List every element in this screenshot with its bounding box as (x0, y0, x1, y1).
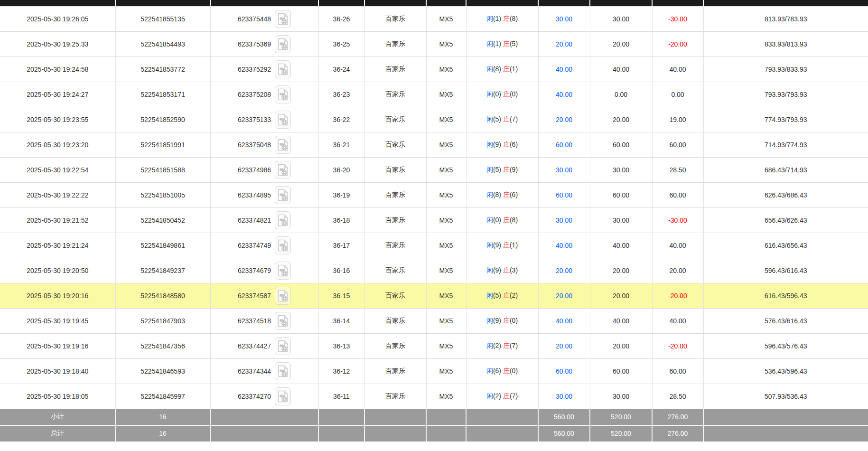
video-replay-button[interactable] (275, 262, 291, 280)
cell-game-id: 623375048 (210, 132, 318, 158)
cell-bet-amount[interactable]: 20.00 (538, 258, 590, 283)
game-round-id: 623375048 (238, 141, 271, 149)
game-round-id: 623374344 (238, 367, 271, 375)
video-replay-button[interactable] (275, 161, 291, 179)
result-player-label: 闲 (486, 166, 493, 173)
video-replay-button[interactable] (275, 312, 291, 330)
video-replay-button[interactable] (275, 35, 291, 53)
subtotal-row: 小计 16 560.00 520.00 276.00 (0, 409, 868, 425)
table-row[interactable]: 2025-05-30 19:22:54 522541851588 6233749… (0, 158, 868, 183)
cell-bet-amount[interactable]: 40.00 (538, 309, 590, 334)
result-player-score: (5) (493, 115, 501, 123)
total-winloss: 276.00 (652, 425, 703, 442)
table-row[interactable]: 2025-05-30 19:25:33 522541854493 6233753… (0, 32, 868, 57)
table-row[interactable]: 2025-05-30 19:19:45 522541847903 6233745… (0, 309, 868, 334)
cell-round: 36-18 (318, 208, 364, 233)
cell-winloss: 40.00 (652, 57, 703, 82)
result-banker-score: (8) (510, 216, 518, 224)
cell-bet-amount[interactable]: 40.00 (538, 82, 590, 107)
result-banker-score: (2) (510, 291, 518, 299)
cell-time: 2025-05-30 19:18:05 (0, 384, 115, 409)
table-row[interactable]: 2025-05-30 19:23:55 522541852590 6233751… (0, 107, 868, 132)
subtotal-label: 小计 (0, 409, 115, 425)
table-row[interactable]: 2025-05-30 19:18:05 522541845997 6233742… (0, 384, 868, 409)
cell-result: 闲(5) 庄(7) (466, 107, 538, 132)
video-replay-button[interactable] (275, 362, 291, 380)
cell-table: MX5 (426, 32, 466, 57)
cell-bet-amount[interactable]: 30.00 (538, 158, 590, 183)
result-player-label: 闲 (486, 216, 493, 224)
cell-bet-amount[interactable]: 20.00 (538, 32, 590, 57)
video-replay-button[interactable] (275, 136, 291, 154)
cell-winloss: -20.00 (652, 334, 703, 359)
table-row[interactable]: 2025-05-30 19:24:27 522541853171 6233752… (0, 82, 868, 107)
video-replay-button[interactable] (275, 236, 291, 254)
cell-bet-amount[interactable]: 40.00 (538, 57, 590, 82)
table-row[interactable]: 2025-05-30 19:21:24 522541849861 6233747… (0, 233, 868, 258)
result-player-label: 闲 (486, 266, 493, 274)
result-banker-score: (5) (510, 40, 518, 47)
video-replay-button[interactable] (275, 10, 291, 28)
cell-order-id: 522541855135 (115, 7, 210, 32)
header-cell-result (466, 0, 538, 7)
cell-bet-amount[interactable]: 60.00 (538, 132, 590, 158)
cell-game: 百家乐 (364, 359, 426, 384)
subtotal-empty-cell (364, 409, 426, 425)
table-row[interactable]: 2025-05-30 19:24:58 522541853772 6233752… (0, 57, 868, 82)
table-row[interactable]: 2025-05-30 19:23:20 522541851991 6233750… (0, 132, 868, 158)
cell-bet-amount[interactable]: 30.00 (538, 208, 590, 233)
result-banker-score: (6) (510, 191, 518, 198)
video-replay-button[interactable] (275, 337, 291, 355)
table-row[interactable]: 2025-05-30 19:18:40 522541846593 6233743… (0, 359, 868, 384)
game-round-id: 623374679 (238, 267, 271, 274)
cell-winloss: 28.50 (652, 384, 703, 409)
table-row[interactable]: 2025-05-30 19:19:16 522541847356 6233744… (0, 334, 868, 359)
table-row[interactable]: 2025-05-30 19:21:52 522541850452 6233748… (0, 208, 868, 233)
cell-bet-amount[interactable]: 40.00 (538, 233, 590, 258)
cell-time: 2025-05-30 19:23:20 (0, 132, 115, 158)
cell-bet-amount[interactable]: 30.00 (538, 7, 590, 32)
cell-table: MX5 (426, 334, 466, 359)
cell-bet-amount[interactable]: 30.00 (538, 384, 590, 409)
video-file-icon (278, 88, 288, 101)
cell-bet-amount[interactable]: 20.00 (538, 283, 590, 309)
video-replay-button[interactable] (275, 211, 291, 229)
table-row[interactable]: 2025-05-30 19:26:05 522541855135 6233754… (0, 7, 868, 32)
result-banker-label: 庄 (503, 65, 510, 73)
video-replay-button[interactable] (275, 111, 291, 129)
cell-result: 闲(0) 庄(0) (466, 82, 538, 107)
cell-game: 百家乐 (364, 309, 426, 334)
video-replay-button[interactable] (275, 186, 291, 204)
header-cell-balance (703, 0, 868, 7)
video-replay-button[interactable] (275, 60, 291, 78)
cell-bet-amount[interactable]: 60.00 (538, 359, 590, 384)
cell-round: 36-12 (318, 359, 364, 384)
cell-valid-bet: 60.00 (590, 359, 652, 384)
video-file-icon (278, 13, 288, 25)
cell-bet-amount[interactable]: 20.00 (538, 107, 590, 132)
video-replay-button[interactable] (275, 287, 291, 305)
table-row[interactable]: 2025-05-30 19:20:16 522541848580 6233745… (0, 283, 868, 309)
cell-game: 百家乐 (364, 158, 426, 183)
game-round-id: 623374518 (238, 317, 271, 325)
result-player-score: (9) (493, 141, 501, 148)
bet-history-table: 2025-05-30 19:26:05 522541855135 6233754… (0, 0, 868, 442)
table-row[interactable]: 2025-05-30 19:22:22 522541851005 6233748… (0, 183, 868, 208)
total-empty-cell (426, 425, 466, 442)
cell-bet-amount[interactable]: 60.00 (538, 183, 590, 208)
cell-order-id: 522541847356 (115, 334, 210, 359)
cell-table: MX5 (426, 309, 466, 334)
cell-game: 百家乐 (364, 132, 426, 158)
video-replay-button[interactable] (275, 85, 291, 103)
cell-bet-amount[interactable]: 20.00 (538, 334, 590, 359)
game-round-id: 623375369 (238, 40, 271, 48)
cell-valid-bet: 60.00 (590, 183, 652, 208)
game-round-id: 623374587 (238, 292, 271, 300)
cell-balance: 686.43/714.93 (703, 158, 868, 183)
cell-order-id: 522541854493 (115, 32, 210, 57)
total-valid-bet: 520.00 (590, 425, 652, 442)
table-row[interactable]: 2025-05-30 19:20:50 522541849237 6233746… (0, 258, 868, 283)
video-replay-button[interactable] (275, 387, 291, 405)
video-file-icon (278, 189, 288, 201)
cell-winloss: 60.00 (652, 183, 703, 208)
